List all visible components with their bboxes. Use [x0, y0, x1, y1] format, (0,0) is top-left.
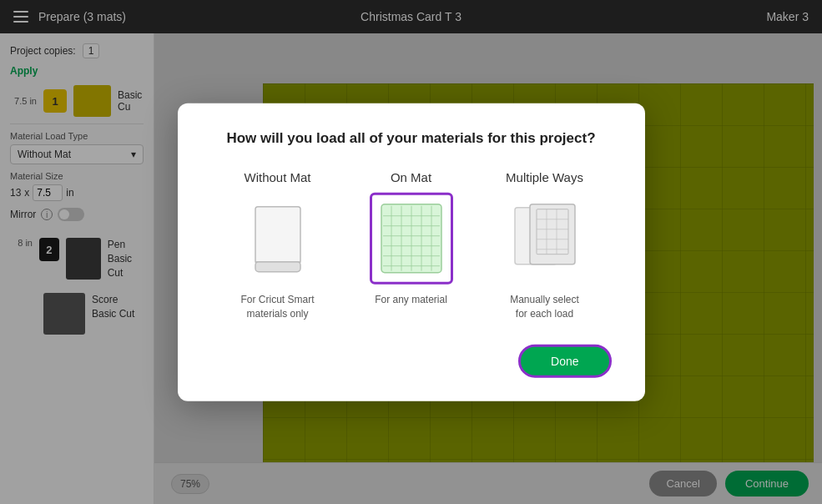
option-multiple-ways-title: Multiple Ways: [506, 170, 583, 184]
svg-rect-3: [255, 206, 300, 263]
done-button[interactable]: Done: [518, 344, 611, 377]
option-on-mat-title: On Mat: [391, 170, 431, 184]
option-on-mat-caption: For any material: [375, 293, 447, 307]
option-without-mat-title: Without Mat: [244, 170, 310, 184]
option-without-mat-caption: For Cricut Smartmaterials only: [240, 293, 314, 321]
multiple-ways-svg: [512, 201, 578, 276]
modal-options: Without Mat For Cricut Smartmaterials on…: [211, 170, 612, 321]
option-without-mat[interactable]: Without Mat For Cricut Smartmaterials on…: [219, 170, 336, 321]
option-on-mat[interactable]: On Mat: [353, 170, 470, 321]
option-on-mat-box: [370, 193, 453, 285]
modal-footer: Done: [211, 344, 612, 377]
modal-title: How will you load all of your materials …: [211, 130, 612, 147]
without-mat-svg: [249, 203, 307, 274]
option-multiple-ways-box: [503, 193, 587, 285]
svg-rect-4: [255, 261, 300, 271]
option-without-mat-box: [236, 193, 320, 285]
option-multiple-ways-caption: Manually selectfor each load: [510, 293, 579, 321]
modal-dialog: How will you load all of your materials …: [178, 103, 645, 401]
option-multiple-ways[interactable]: Multiple Ways Manually selectfor each lo…: [487, 170, 603, 321]
on-mat-svg: [378, 201, 445, 276]
